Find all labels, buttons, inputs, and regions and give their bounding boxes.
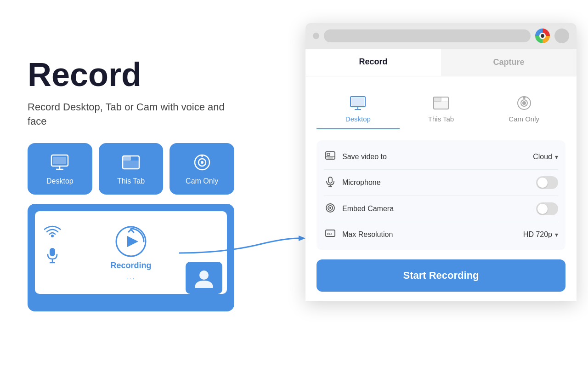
- svg-rect-25: [434, 101, 448, 109]
- embed-camera-toggle[interactable]: [536, 202, 558, 215]
- mode-button-desktop[interactable]: Desktop: [28, 143, 92, 195]
- right-panel-wrapper: Record Capture Desktop: [294, 0, 588, 368]
- brand-icon: [535, 29, 550, 43]
- svg-rect-24: [434, 97, 441, 101]
- page-subtitle: Record Desktop, Tab or Cam with voice an…: [28, 100, 234, 129]
- user-avatar-icon: [194, 268, 214, 288]
- svg-point-11: [51, 235, 54, 237]
- save-video-current: Cloud: [533, 153, 552, 161]
- this-tab-mode-icon: [433, 95, 449, 111]
- max-resolution-chevron: ▾: [555, 231, 558, 238]
- preview-inner: Recording ...: [35, 211, 227, 294]
- browser-address-bar: [324, 29, 531, 42]
- tab-capture[interactable]: Capture: [441, 49, 577, 76]
- desktop-mode-label: Desktop: [345, 115, 371, 123]
- cam-only-mode-icon: [516, 95, 532, 111]
- mode-button-this-tab[interactable]: This Tab: [99, 143, 164, 195]
- embed-camera-label: Embed Camera: [342, 205, 536, 213]
- setting-row-embed-camera: Embed Camera: [324, 196, 558, 222]
- desktop-btn-label: Desktop: [46, 177, 74, 185]
- svg-rect-31: [327, 153, 330, 155]
- save-video-chevron: ▾: [555, 153, 558, 161]
- record-modes: Desktop This Tab: [317, 87, 565, 129]
- microphone-label: Microphone: [342, 178, 536, 187]
- recording-dots: ...: [126, 273, 136, 281]
- tab-record[interactable]: Record: [305, 49, 441, 76]
- mode-button-cam-only[interactable]: Cam Only: [170, 143, 234, 195]
- svg-rect-34: [328, 177, 332, 183]
- svg-rect-12: [50, 248, 55, 256]
- record-mode-desktop[interactable]: Desktop: [317, 87, 400, 129]
- popup-tabs: Record Capture: [305, 49, 577, 76]
- this-tab-btn-label: This Tab: [117, 177, 145, 185]
- save-video-value[interactable]: Cloud ▾: [533, 153, 558, 161]
- save-video-label: Save video to: [342, 153, 533, 161]
- recording-circle-icon: [114, 225, 147, 258]
- user-avatar: [554, 29, 569, 43]
- microphone-preview-icon: [46, 247, 59, 264]
- svg-rect-22: [352, 98, 364, 105]
- desktop-icon: [50, 152, 70, 172]
- desktop-mode-icon: [350, 95, 366, 111]
- setting-row-save-video: Save video to Cloud ▾: [324, 144, 558, 170]
- this-tab-icon: [121, 152, 141, 172]
- cam-only-btn-label: Cam Only: [186, 177, 218, 185]
- cam-only-icon: [192, 152, 212, 172]
- svg-marker-16: [127, 236, 138, 247]
- svg-point-17: [199, 270, 209, 280]
- svg-point-39: [329, 207, 331, 209]
- popup-body: Desktop This Tab: [305, 76, 577, 301]
- microphone-icon: [324, 177, 337, 189]
- recording-label: Recording: [110, 261, 151, 270]
- svg-point-9: [201, 161, 204, 164]
- svg-rect-6: [123, 161, 139, 169]
- left-section: Record Record Desktop, Tab or Cam with v…: [28, 57, 248, 312]
- setting-row-microphone: Microphone: [324, 170, 558, 196]
- mode-buttons-row: Desktop This Tab Cam Only: [28, 143, 234, 195]
- monitor-stand: [108, 298, 154, 301]
- monitor-base: [99, 301, 163, 304]
- svg-rect-3: [53, 157, 66, 164]
- svg-point-28: [523, 102, 526, 104]
- max-resolution-label: Max Resolution: [342, 230, 523, 239]
- browser-shell: Record Capture Desktop: [305, 23, 577, 301]
- record-mode-this-tab[interactable]: This Tab: [400, 87, 483, 129]
- max-resolution-current: HD 720p: [523, 230, 552, 239]
- svg-point-29: [523, 97, 525, 98]
- popup-panel: Record Capture Desktop: [305, 49, 577, 301]
- browser-dot-1: [313, 33, 319, 39]
- microphone-toggle[interactable]: [536, 176, 558, 189]
- cam-only-mode-label: Cam Only: [509, 115, 539, 123]
- record-mode-cam-only[interactable]: Cam Only: [482, 87, 565, 129]
- wifi-icon: [44, 225, 61, 238]
- settings-list: Save video to Cloud ▾: [317, 140, 565, 250]
- start-recording-button[interactable]: Start Recording: [317, 259, 565, 292]
- svg-rect-5: [123, 156, 131, 161]
- setting-row-max-resolution: HD Max Resolution HD 720p ▾: [324, 222, 558, 247]
- svg-point-10: [201, 155, 203, 157]
- browser-bar: [305, 29, 577, 49]
- svg-text:HD: HD: [327, 232, 332, 236]
- save-video-icon: [324, 150, 337, 163]
- page-title: Record: [28, 57, 234, 93]
- max-resolution-icon: HD: [324, 229, 337, 240]
- embed-camera-icon: [324, 203, 337, 215]
- max-resolution-value[interactable]: HD 720p ▾: [523, 230, 558, 239]
- preview-card: Recording ...: [28, 204, 234, 311]
- avatar-preview-box: [186, 262, 222, 294]
- this-tab-mode-label: This Tab: [428, 115, 454, 123]
